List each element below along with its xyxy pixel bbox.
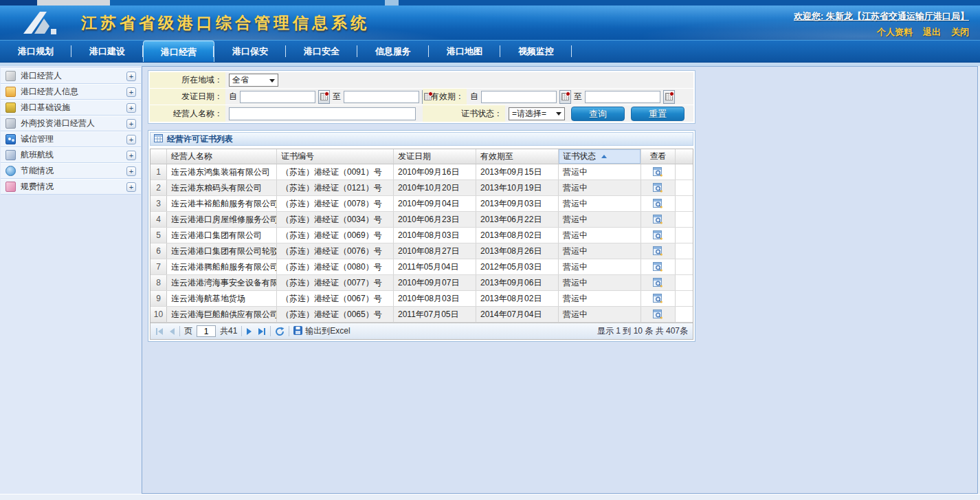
chevron-down-icon bbox=[269, 79, 275, 85]
first-page-icon[interactable] bbox=[155, 327, 164, 336]
expand-plus-button[interactable]: + bbox=[126, 119, 136, 129]
welcome-user-text: 欢迎您: 朱新龙【江苏省交通运输厅港口局】 bbox=[794, 10, 969, 23]
from-label: 自 bbox=[470, 91, 478, 102]
query-button[interactable]: 查询 bbox=[571, 107, 625, 121]
expand-plus-button[interactable]: + bbox=[126, 151, 136, 160]
table-row[interactable]: 1 连云港东鸿集装箱有限公司 （苏连）港经证（0091）号 2010年09月16… bbox=[151, 164, 693, 180]
status-cell: 营运中 bbox=[559, 307, 641, 322]
col-issue-date[interactable]: 发证日期 bbox=[394, 149, 476, 164]
table-row[interactable]: 5 连云港港口集团有限公司 （苏连）港经证（0069）号 2010年08月03日… bbox=[151, 228, 693, 243]
view-detail-icon[interactable] bbox=[653, 215, 663, 225]
sidebar-item[interactable]: 港口经营人 + bbox=[1, 68, 141, 84]
nav-tab[interactable]: 视频监控 bbox=[500, 41, 572, 62]
next-page-icon[interactable] bbox=[246, 327, 253, 336]
header-link[interactable]: 退出 bbox=[923, 26, 941, 39]
sidebar-item-label: 诚信管理 bbox=[21, 133, 54, 145]
table-row[interactable]: 3 连云港丰裕船舶服务有限公司 （苏连）港经证（0078）号 2010年09月0… bbox=[151, 196, 693, 212]
operator-name-input[interactable] bbox=[229, 107, 416, 120]
sort-asc-icon bbox=[601, 152, 607, 158]
table-grid-icon bbox=[154, 133, 163, 145]
issue-date-cell: 2010年10月20日 bbox=[394, 180, 476, 195]
view-detail-icon[interactable] bbox=[653, 246, 663, 257]
table-row[interactable]: 2 连云港东粮码头有限公司 （苏连）港经证（0121）号 2010年10月20日… bbox=[151, 180, 693, 196]
page-number-input[interactable] bbox=[197, 325, 216, 337]
status-cell: 营运中 bbox=[559, 196, 641, 211]
col-cert-status-sorted[interactable]: 证书状态 bbox=[559, 149, 641, 164]
nav-tab[interactable]: 港口规划 bbox=[0, 41, 71, 62]
export-excel-button[interactable]: 输出到Excel bbox=[293, 325, 350, 337]
reset-button[interactable]: 重置 bbox=[631, 107, 684, 121]
table-row[interactable]: 6 连云港港口集团有限公司轮驳... （苏连）港经证（0076）号 2010年0… bbox=[151, 243, 693, 259]
expand-plus-button[interactable]: + bbox=[126, 182, 136, 192]
row-number: 5 bbox=[151, 228, 167, 243]
expand-plus-button[interactable]: + bbox=[126, 72, 136, 81]
operator-name-cell: 连云港丰裕船舶服务有限公司 bbox=[167, 196, 277, 211]
table-row[interactable]: 10 连云港海巨船舶供应有限公司 （苏连）港经证（0065）号 2011年07月… bbox=[151, 307, 693, 323]
table-row[interactable]: 8 连云港港湾海事安全设备有限... （苏连）港经证（0077）号 2010年0… bbox=[151, 275, 693, 291]
issue-date-to-input[interactable] bbox=[344, 91, 419, 103]
col-rownum bbox=[151, 149, 167, 164]
issue-date-cell: 2010年09月04日 bbox=[394, 196, 476, 211]
header-link[interactable]: 个人资料 bbox=[877, 26, 913, 39]
refresh-icon[interactable] bbox=[275, 327, 285, 336]
prev-page-icon[interactable] bbox=[168, 327, 175, 336]
calendar-icon[interactable] bbox=[318, 90, 330, 104]
col-cert-no[interactable]: 证书编号 bbox=[277, 149, 394, 164]
nav-tab[interactable]: 港口保安 bbox=[214, 41, 286, 62]
row-number: 7 bbox=[151, 259, 167, 274]
system-title: 江苏省省级港口综合管理信息系统 bbox=[81, 12, 370, 34]
view-detail-icon[interactable] bbox=[653, 262, 663, 272]
app-banner: 江苏省省级港口综合管理信息系统 欢迎您: 朱新龙【江苏省交通运输厅港口局】 个人… bbox=[0, 6, 980, 40]
sidebar-item[interactable]: 诚信管理 + bbox=[1, 131, 141, 147]
sidebar-item[interactable]: 外商投资港口经营人 + bbox=[1, 116, 141, 131]
expand-plus-button[interactable]: + bbox=[126, 166, 136, 176]
status-cell: 营运中 bbox=[559, 180, 641, 195]
calendar-icon[interactable] bbox=[559, 90, 571, 104]
nav-tab[interactable]: 港口经营 bbox=[143, 41, 214, 62]
expand-plus-button[interactable]: + bbox=[126, 103, 136, 113]
nav-tab[interactable]: 港口地图 bbox=[429, 41, 500, 62]
status-cell: 营运中 bbox=[559, 228, 641, 243]
nav-tab[interactable]: 港口安全 bbox=[286, 41, 357, 62]
foreign-investor-icon bbox=[5, 118, 16, 129]
table-row[interactable]: 9 连云港海航基地货场 （苏连）港经证（0067）号 2010年08月03日 2… bbox=[151, 291, 693, 307]
col-operator-name[interactable]: 经营人名称 bbox=[167, 149, 277, 164]
last-page-icon[interactable] bbox=[257, 327, 266, 336]
sidebar-item[interactable]: 港口经营人信息 + bbox=[1, 84, 141, 100]
cert-status-select[interactable]: =请选择= bbox=[509, 107, 565, 120]
calendar-icon[interactable] bbox=[663, 90, 675, 104]
table-row[interactable]: 4 连云港港口房屋维修服务公司 （苏连）港经证（0034）号 2010年06月2… bbox=[151, 212, 693, 228]
table-row[interactable]: 7 连云港港腾船舶服务有限公司 （苏连）港经证（0080）号 2011年05月0… bbox=[151, 259, 693, 275]
valid-until-cell: 2014年07月04日 bbox=[476, 307, 559, 322]
issue-date-cell: 2010年09月07日 bbox=[394, 275, 476, 290]
view-detail-icon[interactable] bbox=[653, 278, 663, 288]
validity-to-input[interactable] bbox=[585, 91, 660, 103]
sidebar-item[interactable]: 航班航线 + bbox=[1, 147, 141, 163]
view-detail-icon[interactable] bbox=[653, 199, 663, 209]
nav-tab[interactable]: 信息服务 bbox=[357, 41, 429, 62]
sidebar-item[interactable]: 节能情况 + bbox=[1, 163, 141, 179]
search-form: 所在地域： 全省 发证日期： 自 至 有效期： bbox=[148, 70, 695, 124]
status-cell: 营运中 bbox=[559, 212, 641, 227]
region-select[interactable]: 全省 bbox=[229, 74, 278, 87]
nav-tab[interactable]: 港口建设 bbox=[71, 41, 143, 62]
sidebar-item[interactable]: 规费情况 + bbox=[1, 179, 141, 195]
view-detail-icon[interactable] bbox=[653, 183, 663, 193]
view-detail-icon[interactable] bbox=[653, 167, 663, 177]
newspaper-icon bbox=[5, 71, 16, 81]
issue-date-from-input[interactable] bbox=[240, 91, 315, 103]
cert-no-cell: （苏连）港经证（0065）号 bbox=[277, 307, 394, 322]
view-detail-icon[interactable] bbox=[653, 294, 663, 304]
validity-from-input[interactable] bbox=[481, 91, 557, 103]
cert-no-cell: （苏连）港经证（0121）号 bbox=[277, 180, 394, 195]
header-link[interactable]: 关闭 bbox=[951, 26, 969, 39]
row-number: 10 bbox=[151, 307, 167, 322]
view-detail-icon[interactable] bbox=[653, 230, 663, 241]
expand-plus-button[interactable]: + bbox=[126, 135, 136, 144]
valid-until-cell: 2013年08月26日 bbox=[476, 243, 559, 259]
col-valid-until[interactable]: 有效期至 bbox=[476, 149, 559, 164]
view-detail-icon[interactable] bbox=[653, 309, 663, 320]
cert-no-cell: （苏连）港经证（0069）号 bbox=[277, 228, 394, 243]
sidebar-item[interactable]: 港口基础设施 + bbox=[1, 100, 141, 116]
expand-plus-button[interactable]: + bbox=[126, 87, 136, 97]
